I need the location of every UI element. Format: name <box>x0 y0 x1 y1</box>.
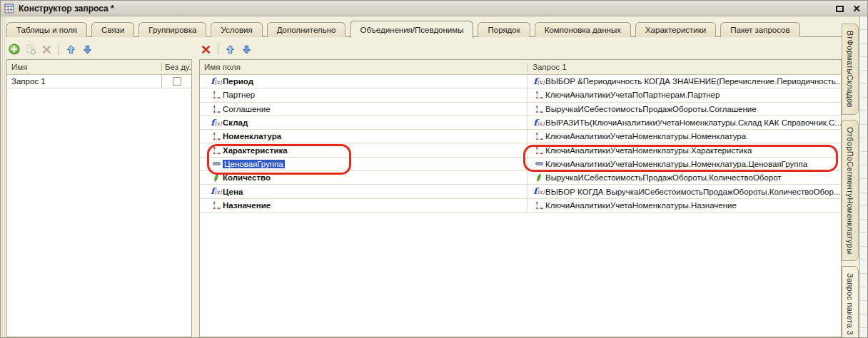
query1-expression-text: ВыручкаИСебестоимостьПродажОбороты.Согла… <box>545 105 757 113</box>
tab-1[interactable]: Связи <box>91 22 134 37</box>
tab-7[interactable]: Компоновка данных <box>535 22 631 37</box>
move-field-up-button[interactable] <box>224 43 236 56</box>
tab-9[interactable]: Пакет запросов <box>720 22 799 37</box>
field-icon <box>212 145 221 155</box>
field-name-text: Соглашение <box>223 105 271 113</box>
tab-5[interactable]: Объединения/Псевдонимы <box>350 21 473 38</box>
function-icon: f(x) <box>533 118 544 128</box>
delete-query-button[interactable] <box>41 43 53 56</box>
fields-toolbar <box>200 41 253 57</box>
query1-expression-cell[interactable]: f(x)ВЫБОР &Периодичность КОГДА ЗНАЧЕНИЕ(… <box>528 75 841 88</box>
query1-expression-cell[interactable]: КлючиАналитикиУчетаНоменклатуры.Характер… <box>528 143 841 156</box>
field-name-cell[interactable]: Партнер <box>200 88 528 101</box>
field-name-text: Склад <box>223 118 248 127</box>
field-row[interactable]: НазначениеКлючиАналитикиУчетаНоменклатур… <box>200 199 841 212</box>
column-header-name[interactable]: Имя <box>7 63 161 71</box>
field-row[interactable]: ПартнерКлючиАналитикиУчетаПоПартнерам.Па… <box>200 88 841 102</box>
field-icon <box>535 131 544 141</box>
field-name-cell[interactable]: Номенклатура <box>200 130 528 143</box>
close-button[interactable]: ✕ <box>852 4 861 14</box>
field-name-cell[interactable]: f(x)Период <box>200 75 528 88</box>
side-tab-2[interactable]: Запрос пакета 3 <box>842 266 859 338</box>
side-tab-0[interactable]: ВтФорматыСкладов <box>842 24 859 115</box>
field-name-text: Номенклатура <box>223 132 281 140</box>
field-name-cell[interactable]: f(x)Склад <box>200 116 528 129</box>
field-row[interactable]: ХарактеристикаКлючиАналитикиУчетаНоменкл… <box>200 143 841 157</box>
query1-expression-text: ВЫБОР КОГДА ВыручкаИСебестоимостьПродажО… <box>545 188 841 196</box>
query1-expression-cell[interactable]: КлючиАналитикиУчетаНоменклатуры.Назначен… <box>528 199 841 212</box>
field-name-cell[interactable]: ЦеноваяГруппа <box>200 158 528 170</box>
field-icon <box>535 90 544 100</box>
arrow-up-icon <box>225 44 236 55</box>
column-header-field-name[interactable]: Имя поля <box>200 63 528 71</box>
field-row[interactable]: НоменклатураКлючиАналитикиУчетаНоменклат… <box>200 130 841 143</box>
query1-expression-cell[interactable]: КлючиАналитикиУчетаПоПартнерам.Партнер <box>528 88 841 101</box>
title-bar: Конструктор запроса * ✕ <box>1 1 867 16</box>
field-name-cell[interactable]: Количество <box>200 171 528 184</box>
field-name-cell[interactable]: Назначение <box>200 199 528 212</box>
move-field-down-button[interactable] <box>241 43 253 56</box>
query1-expression-text: ВЫБОР &Периодичность КОГДА ЗНАЧЕНИЕ(Пере… <box>545 77 841 86</box>
field-icon <box>212 131 221 141</box>
maximize-button[interactable] <box>836 6 844 12</box>
query-name: Запрос 1 <box>7 75 161 88</box>
side-tab-1[interactable]: ОтборПоСегментуНоменклатуры <box>842 120 859 261</box>
query1-expression-text: КлючиАналитикиУчетаПоПартнерам.Партнер <box>545 91 720 99</box>
field-row[interactable]: f(x)Периодf(x)ВЫБОР &Периодичность КОГДА… <box>200 75 841 88</box>
query1-expression-cell[interactable]: ВыручкаИСебестоимостьПродажОбороты.Колич… <box>528 171 841 184</box>
delete-field-button[interactable] <box>200 43 212 56</box>
field-icon <box>535 145 544 155</box>
query1-expression-cell[interactable]: ВыручкаИСебестоимостьПродажОбороты.Согла… <box>528 103 841 116</box>
add-icon <box>9 43 20 55</box>
field-icon <box>212 90 221 100</box>
copy-icon <box>25 43 36 55</box>
tab-strip: Таблицы и поляСвязиГруппировкаУсловияДоп… <box>6 20 839 37</box>
tab-2[interactable]: Группировка <box>138 22 206 37</box>
no-duplicates-checkbox[interactable] <box>173 77 181 86</box>
tab-4[interactable]: Дополнительно <box>267 22 346 37</box>
query-constructor-window: Конструктор запроса * ✕ Таблицы и поляСв… <box>0 0 868 338</box>
field-icon <box>212 200 221 210</box>
query-list-header: Имя Без ду... <box>7 60 191 75</box>
query1-expression-text: КлючиАналитикиУчетаНоменклатуры.Характер… <box>545 146 752 155</box>
query-list-panel: Имя Без ду... Запрос 1 <box>6 59 192 337</box>
copy-query-button[interactable] <box>24 43 36 56</box>
left-edge-border <box>2 16 5 337</box>
field-row[interactable]: СоглашениеВыручкаИСебестоимостьПродажОбо… <box>200 103 841 116</box>
function-icon: f(x) <box>533 77 544 86</box>
tab-3[interactable]: Условия <box>211 22 262 37</box>
tab-6[interactable]: Порядок <box>478 22 530 37</box>
query1-expression-cell[interactable]: КлючиАналитикиУчетаНоменклатуры.Номенкла… <box>528 130 841 143</box>
arrow-up-icon <box>66 44 76 55</box>
query1-expression-cell[interactable]: f(x)ВЫБОР КОГДА ВыручкаИСебестоимостьПро… <box>528 185 841 198</box>
add-query-button[interactable] <box>8 43 20 56</box>
background-grid-sliver <box>859 16 867 337</box>
column-header-no-duplicates[interactable]: Без ду... <box>161 63 191 71</box>
function-icon: f(x) <box>211 118 221 128</box>
query-list-toolbar <box>8 41 94 57</box>
field-name-cell[interactable]: f(x)Цена <box>200 185 528 198</box>
tab-0[interactable]: Таблицы и поля <box>6 22 87 37</box>
query1-expression-cell[interactable]: КлючиАналитикиУчетаНоменклатуры.Номенкла… <box>528 158 841 170</box>
column-header-query1[interactable]: Запрос 1 <box>528 63 841 71</box>
move-query-down-button[interactable] <box>81 43 94 56</box>
field-name-cell[interactable]: Характеристика <box>200 143 528 156</box>
move-query-up-button[interactable] <box>65 43 77 56</box>
function-icon: f(x) <box>533 187 544 196</box>
query-row[interactable]: Запрос 1 <box>7 75 191 88</box>
function-icon: f(x) <box>211 187 221 196</box>
query1-expression-text: КлючиАналитикиУчетаНоменклатуры.Назначен… <box>545 201 737 210</box>
field-row[interactable]: f(x)Ценаf(x)ВЫБОР КОГДА ВыручкаИСебестои… <box>200 185 841 198</box>
field-row[interactable]: КоличествоВыручкаИСебестоимостьПродажОбо… <box>200 171 841 185</box>
field-icon <box>535 200 544 210</box>
field-name-text: Партнер <box>223 91 255 99</box>
query1-expression-cell[interactable]: f(x)ВЫРАЗИТЬ(КлючиАналитикиУчетаНоменкла… <box>528 116 841 129</box>
field-name-cell[interactable]: Соглашение <box>200 103 528 116</box>
field-name-text: Период <box>223 77 253 86</box>
field-icon <box>535 104 544 114</box>
measure-icon <box>535 173 543 183</box>
tab-8[interactable]: Характеристики <box>635 22 716 37</box>
field-row[interactable]: ЦеноваяГруппаКлючиАналитикиУчетаНоменкла… <box>200 158 841 171</box>
window-title: Конструктор запроса * <box>19 4 114 14</box>
field-row[interactable]: f(x)Складf(x)ВЫРАЗИТЬ(КлючиАналитикиУчет… <box>200 116 841 130</box>
